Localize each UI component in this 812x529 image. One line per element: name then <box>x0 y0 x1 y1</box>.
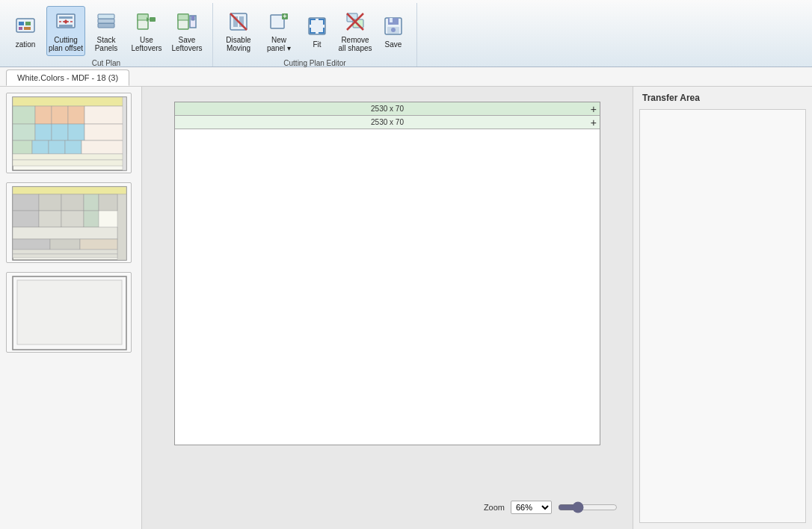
svg-rect-3 <box>19 27 22 30</box>
main-tab[interactable]: White.Colors - MDF - 18 (3) <box>6 69 129 86</box>
svg-rect-48 <box>13 140 32 154</box>
plan-thumb-1[interactable] <box>6 93 132 173</box>
plan-thumb-3[interactable] <box>6 272 132 353</box>
remove-all-shapes-label: Remove all shapes <box>338 36 372 52</box>
svg-rect-15 <box>150 17 156 22</box>
optimization-label: zation <box>16 40 36 49</box>
cutting-plan-offset-label: Cutting plan offset <box>49 36 83 52</box>
save-label: Save <box>385 40 402 49</box>
thumb-canvas-1 <box>7 93 131 173</box>
optimization-button[interactable]: zation <box>6 9 45 54</box>
cutting-plan-offset-button[interactable]: Cutting plan offset <box>46 6 85 56</box>
svg-rect-14 <box>138 14 148 20</box>
svg-rect-64 <box>13 211 39 227</box>
zoom-select[interactable]: 50% 66% 75% 100% 150% <box>511 501 552 514</box>
svg-rect-38 <box>13 106 35 124</box>
svg-rect-49 <box>32 140 49 154</box>
svg-rect-59 <box>13 194 39 211</box>
zoom-label: Zoom <box>484 503 505 512</box>
svg-rect-43 <box>13 124 35 140</box>
svg-rect-45 <box>52 124 68 140</box>
svg-rect-37 <box>13 97 126 106</box>
transfer-area-title: Transfer Area <box>633 87 812 109</box>
svg-rect-61 <box>61 194 84 211</box>
zoom-slider[interactable] <box>558 501 618 513</box>
thumb-svg-1 <box>7 93 132 173</box>
cutting-canvas: 2530 x 70 + 2530 x 70 + <box>174 102 600 445</box>
svg-rect-42 <box>84 106 126 124</box>
tabbar: White.Colors - MDF - 18 (3) <box>0 67 812 87</box>
right-panel: Transfer Area <box>633 87 812 529</box>
svg-rect-72 <box>13 250 117 254</box>
toolbar-group-editor: Disable Moving + New panel ▾ <box>213 3 417 66</box>
toolbar-group-cut-plan: zation Cutting plan offset <box>0 3 213 66</box>
svg-rect-4 <box>24 27 31 30</box>
cut-plan-buttons: zation Cutting plan offset <box>4 3 208 59</box>
remove-all-shapes-button[interactable]: Remove all shapes <box>336 6 375 56</box>
editor-group-label: Cutting Plan Editor <box>283 59 345 69</box>
svg-rect-68 <box>13 227 117 239</box>
toolbar: zation Cutting plan offset <box>0 0 812 67</box>
svg-rect-18 <box>178 14 188 20</box>
svg-rect-44 <box>35 124 52 140</box>
stack-panels-label: Stack Panels <box>89 36 123 52</box>
svg-rect-47 <box>84 124 126 140</box>
svg-point-35 <box>391 28 396 32</box>
strip1-add-button[interactable]: + <box>591 104 597 114</box>
svg-rect-63 <box>99 194 117 211</box>
svg-rect-12 <box>98 14 114 19</box>
svg-rect-8 <box>59 25 73 27</box>
svg-rect-39 <box>35 106 52 124</box>
svg-rect-73 <box>13 254 117 258</box>
disable-moving-label: Disable Moving <box>221 36 256 52</box>
plan-thumb-2[interactable] <box>6 182 132 263</box>
svg-rect-62 <box>84 194 99 211</box>
transfer-area-content <box>639 109 806 523</box>
svg-rect-65 <box>39 211 61 227</box>
thumb-canvas-3 <box>7 273 131 352</box>
thumb-svg-3 <box>7 273 132 353</box>
cut-plan-group-label: Cut Plan <box>92 59 120 69</box>
fit-button[interactable]: Fit <box>300 9 334 54</box>
thumb-canvas-2 <box>7 183 131 262</box>
svg-rect-52 <box>81 140 126 154</box>
svg-rect-57 <box>13 187 126 194</box>
left-panel <box>0 87 142 529</box>
svg-rect-55 <box>123 97 126 170</box>
center-area: 2530 x 70 + 2530 x 70 + Zoom 50% 66% 75%… <box>142 87 633 529</box>
svg-text:+: + <box>283 13 286 20</box>
use-leftovers-button[interactable]: Use Leftovers <box>127 6 166 56</box>
svg-rect-60 <box>39 194 61 211</box>
strip1-label: 2530 x 70 <box>371 105 404 113</box>
save-button[interactable]: Save <box>376 9 410 54</box>
svg-rect-67 <box>84 211 99 227</box>
strip2-label: 2530 x 70 <box>371 118 404 126</box>
editor-buttons: Disable Moving + New panel ▾ <box>218 3 412 59</box>
svg-rect-33 <box>390 18 393 22</box>
svg-rect-2 <box>25 22 31 25</box>
svg-rect-10 <box>98 23 114 28</box>
svg-rect-69 <box>13 239 50 250</box>
strip2-add-button[interactable]: + <box>591 117 597 128</box>
svg-rect-46 <box>68 124 84 140</box>
disable-moving-button[interactable]: Disable Moving <box>219 6 258 56</box>
save-leftovers-button[interactable]: Save Leftovers <box>167 6 206 56</box>
cut-strip-2: 2530 x 70 + <box>175 116 600 129</box>
zoom-bar: Zoom 50% 66% 75% 100% 150% <box>484 501 618 514</box>
stack-panels-button[interactable]: Stack Panels <box>87 6 126 56</box>
svg-rect-6 <box>59 16 73 19</box>
svg-rect-50 <box>49 140 65 154</box>
new-panel-button[interactable]: + New panel ▾ <box>259 6 298 56</box>
main-area: 2530 x 70 + 2530 x 70 + Zoom 50% 66% 75%… <box>0 87 812 529</box>
new-panel-label: New panel ▾ <box>262 36 296 52</box>
save-leftovers-label: Save Leftovers <box>170 36 204 52</box>
svg-rect-26 <box>309 18 325 34</box>
svg-rect-40 <box>52 106 68 124</box>
svg-rect-1 <box>19 22 24 25</box>
fit-label: Fit <box>313 40 321 49</box>
svg-rect-41 <box>68 106 84 124</box>
svg-rect-51 <box>65 140 81 154</box>
svg-rect-66 <box>61 211 84 227</box>
svg-rect-75 <box>17 280 122 344</box>
svg-rect-71 <box>80 239 117 250</box>
